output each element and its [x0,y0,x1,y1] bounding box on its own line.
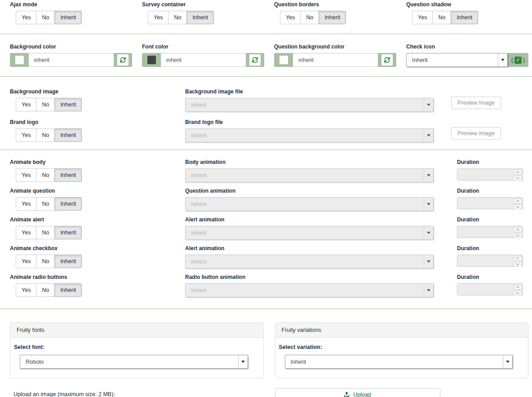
field-label: Animate radio buttons [10,274,185,280]
duration-input[interactable] [457,168,523,181]
animation-select[interactable]: Inherit [185,226,434,240]
color-swatch[interactable] [279,56,288,64]
stepper-up-icon[interactable] [514,198,522,203]
preview-image-button[interactable]: Preview Image [451,127,501,140]
field-label: Animate alert [10,216,185,223]
color-swatch-addon[interactable] [142,53,161,67]
field-animate-checkbox: Animate checkbox Yes No Inherit [10,245,185,269]
variation-select[interactable]: Inherit [285,355,513,369]
no-button[interactable]: No [36,197,55,211]
yes-button[interactable]: Yes [16,168,36,182]
yes-button[interactable]: Yes [412,11,433,24]
inherit-button[interactable]: Inherit [319,11,346,24]
color-value-input[interactable] [161,53,246,67]
duration-cell: Duration [434,216,532,240]
upload-note: Upload an image (maximum size: 2 MB): [10,388,264,397]
color-swatch-addon[interactable] [274,53,293,67]
refresh-color-button[interactable] [381,54,393,66]
inherit-button[interactable]: Inherit [54,168,82,182]
color-value-input[interactable] [29,53,114,67]
section-divider [0,309,532,309]
inherit-button[interactable]: Inherit [54,226,82,239]
selected-value: Inherit [191,259,207,265]
stepper-up-icon[interactable] [514,227,522,232]
field-label: Duration [457,274,523,280]
selected-value: Roboto [26,359,44,365]
color-swatch[interactable] [147,56,156,64]
stepper-down-icon[interactable] [514,262,522,267]
upload-icon [344,392,350,397]
field-label: Check icon [406,44,528,50]
animation-select[interactable]: Inherit [185,168,434,182]
color-settings-row: Background color Font color Question bac… [0,44,532,67]
stepper-up-icon[interactable] [514,285,522,290]
yes-button[interactable]: Yes [16,255,36,268]
font-select[interactable]: Roboto [20,355,248,369]
field-duration: Duration [457,245,523,269]
no-button[interactable]: No [168,11,187,24]
yes-button[interactable]: Yes [148,11,168,24]
stepper-up-icon[interactable] [514,170,522,175]
no-button[interactable]: No [36,128,55,142]
duration-input[interactable] [457,255,523,267]
inherit-button[interactable]: Inherit [186,11,214,24]
field-checkbox-animation: Alert animation Inherit [185,245,434,269]
refresh-color-button[interactable] [117,54,129,66]
brand-logo-file-select[interactable]: Inherit [185,128,434,142]
yes-button[interactable]: Yes [16,283,36,297]
duration-input[interactable] [457,197,523,209]
stepper-down-icon[interactable] [514,233,522,238]
animation-select[interactable]: Inherit [185,283,434,297]
yes-button[interactable]: Yes [280,11,301,24]
no-button[interactable]: No [36,11,55,24]
yes-button[interactable]: Yes [16,226,36,239]
toggle-settings-row: Ajax mode Yes No Inherit Survey containe… [0,1,532,24]
reset-color-addon [246,53,264,67]
inherit-button[interactable]: Inherit [451,11,478,24]
no-button[interactable]: No [432,11,451,24]
inherit-button[interactable]: Inherit [54,255,82,268]
color-value-input[interactable] [293,53,378,67]
stepper-down-icon[interactable] [514,291,522,296]
check-icon-select[interactable]: Inherit [406,53,508,67]
yes-button[interactable]: Yes [16,98,36,111]
field-label: Animate question [10,188,185,194]
animation-settings-section: Animate body Yes No Inherit Body animati… [0,159,532,297]
yes-button[interactable]: Yes [16,11,36,24]
inherit-button[interactable]: Inherit [54,128,82,142]
inherit-button[interactable]: Inherit [54,98,82,111]
color-swatch[interactable] [15,56,24,64]
refresh-icon [120,57,126,63]
stepper-down-icon[interactable] [514,204,522,209]
upload-button[interactable]: Upload [275,388,440,397]
no-button[interactable]: No [36,98,55,111]
preview-image-button[interactable]: Preview Image [451,97,501,109]
animation-select[interactable]: Inherit [185,197,434,211]
no-button[interactable]: No [36,283,55,297]
no-button[interactable]: No [300,11,319,24]
stepper-down-icon[interactable] [514,176,522,181]
field-animate-alert: Animate alert Yes No Inherit [10,216,185,240]
field-label: Background color [10,44,132,50]
yes-button[interactable]: Yes [16,128,36,142]
refresh-color-button[interactable] [249,54,261,66]
stepper-up-icon[interactable] [514,256,522,261]
duration-cell: Duration [434,188,532,211]
inherit-button[interactable]: Inherit [54,283,82,297]
inherit-button[interactable]: Inherit [54,197,82,211]
color-picker-group [10,53,132,67]
no-button[interactable]: No [36,255,55,268]
field-animate-body: Animate body Yes No Inherit [10,159,185,182]
duration-input[interactable] [457,226,523,238]
no-button[interactable]: No [36,226,55,239]
check-icon-group: Inherit ( ✓ ) [406,53,528,67]
number-stepper [514,284,522,295]
selected-value: Inherit [191,230,207,236]
background-image-file-select[interactable]: Inherit [185,98,434,112]
yes-button[interactable]: Yes [16,197,36,211]
animation-select[interactable]: Inherit [185,255,434,269]
no-button[interactable]: No [36,168,55,182]
inherit-button[interactable]: Inherit [54,11,82,24]
duration-input[interactable] [457,283,523,296]
color-swatch-addon[interactable] [10,53,29,67]
